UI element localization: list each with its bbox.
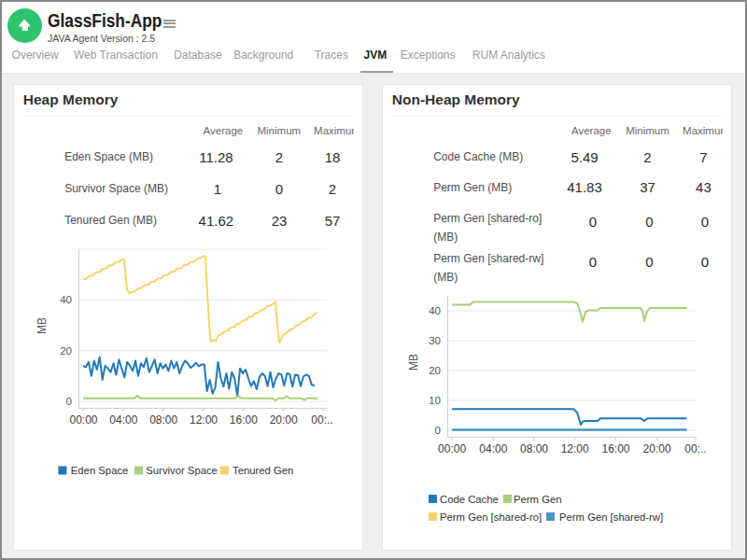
svg-text:Eden Space: Eden Space: [71, 465, 129, 476]
svg-text:08:00: 08:00: [520, 442, 548, 455]
svg-text:0: 0: [435, 425, 441, 436]
svg-text:Perm Gen [shared-rw]: Perm Gen [shared-rw]: [559, 511, 663, 523]
svg-text:20:00: 20:00: [270, 413, 298, 427]
svg-text:12:00: 12:00: [190, 413, 218, 427]
svg-text:Tenured Gen: Tenured Gen: [233, 465, 293, 476]
svg-text:Code Cache: Code Cache: [440, 494, 499, 505]
svg-text:Perm Gen [shared-ro]: Perm Gen [shared-ro]: [440, 511, 542, 523]
svg-text:MB: MB: [407, 354, 420, 371]
svg-text:Perm Gen: Perm Gen: [514, 494, 561, 505]
svg-text:Survivor Space: Survivor Space: [146, 465, 218, 476]
svg-text:40: 40: [429, 305, 441, 316]
svg-text:16:00: 16:00: [230, 413, 258, 427]
svg-text:00:00: 00:00: [438, 442, 466, 455]
svg-text:20: 20: [60, 345, 72, 357]
svg-text:20:00: 20:00: [643, 442, 671, 455]
svg-text:20: 20: [429, 365, 441, 376]
svg-text:04:00: 04:00: [479, 442, 507, 455]
svg-text:0: 0: [66, 396, 72, 407]
svg-text:04:00: 04:00: [109, 413, 137, 427]
svg-text:16:00: 16:00: [601, 442, 629, 455]
svg-text:10: 10: [429, 395, 441, 406]
svg-text:00:..: 00:..: [311, 413, 332, 427]
svg-text:MB: MB: [35, 317, 49, 334]
svg-text:00:..: 00:..: [684, 442, 706, 455]
svg-text:12:00: 12:00: [561, 442, 589, 455]
svg-text:30: 30: [429, 335, 441, 346]
svg-text:00:00: 00:00: [69, 413, 97, 427]
svg-text:08:00: 08:00: [149, 413, 177, 427]
svg-text:40: 40: [60, 294, 72, 305]
